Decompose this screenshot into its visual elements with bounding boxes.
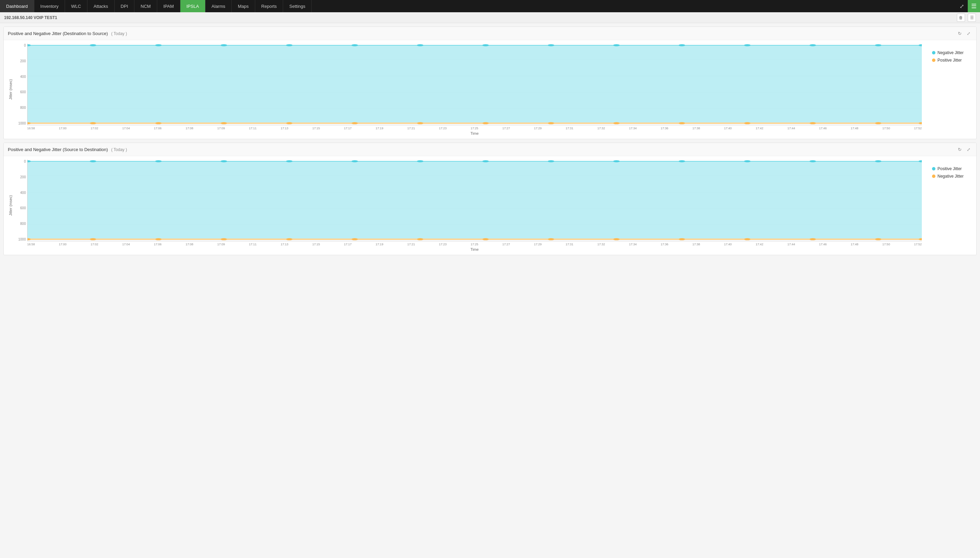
nav-bar: Dashboard Inventory WLC Attacks DPI NCM … [0, 0, 980, 12]
chart-refresh-button-1[interactable]: ↻ [956, 30, 963, 37]
x-axis-title-1: Time [27, 131, 922, 135]
chart-container-2: Jitter (msec) 1000 800 600 400 200 0 [7, 159, 922, 251]
nav-item-wlc[interactable]: WLC [65, 0, 87, 12]
nav-item-settings[interactable]: Settings [283, 0, 312, 12]
nav-item-alarms[interactable]: Alarms [205, 0, 232, 12]
svg-point-48 [220, 160, 227, 162]
x-axis-1: 16:58 17:00 17:02 17:04 17:06 17:08 17:0… [27, 125, 922, 130]
chart-area-2: 16:58 17:00 17:02 17:04 17:06 17:08 17:0… [27, 159, 922, 251]
svg-point-8 [90, 44, 96, 46]
nav-item-dashboard[interactable]: Dashboard [0, 0, 34, 12]
legend-item-negative-2: Negative Jitter [932, 174, 966, 179]
chart-resize-button-2[interactable]: ⤢ [965, 146, 972, 153]
chart-panel-header-2: Positive and Negative Jitter (Source to … [4, 143, 976, 156]
chart-body-2: Jitter (msec) 1000 800 600 400 200 0 [4, 156, 976, 255]
chart-grid-2 [27, 159, 922, 241]
svg-point-11 [286, 44, 293, 46]
svg-point-34 [744, 122, 751, 124]
menu-icon[interactable]: ☰ [968, 0, 980, 12]
svg-point-69 [548, 238, 554, 240]
y-tick-labels-1: 1000 800 600 400 200 0 [15, 44, 27, 125]
chart-refresh-button-2[interactable]: ↻ [956, 146, 963, 153]
svg-point-66 [351, 238, 358, 240]
svg-point-36 [875, 122, 882, 124]
svg-point-17 [678, 44, 685, 46]
legend-label-negative-1: Negative Jitter [937, 50, 964, 55]
chart-container-1: Jitter (msec) 1000 800 600 400 200 0 [7, 44, 922, 135]
svg-point-16 [613, 44, 620, 46]
svg-point-35 [809, 122, 816, 124]
svg-point-25 [155, 122, 162, 124]
svg-point-10 [220, 44, 227, 46]
chart-actions-1: ↻ ⤢ [956, 30, 972, 37]
svg-point-65 [286, 238, 293, 240]
svg-point-74 [875, 238, 882, 240]
chart-grid-1 [27, 44, 922, 125]
chart-panel-dest-to-src: Positive and Negative Jitter (Destinatio… [3, 26, 977, 139]
svg-marker-44 [28, 161, 922, 238]
chart-svg-1 [28, 44, 922, 125]
chart-actions-2: ↻ ⤢ [956, 146, 972, 153]
svg-point-53 [548, 160, 554, 162]
legend-label-negative-2: Negative Jitter [937, 174, 964, 179]
svg-point-63 [155, 238, 162, 240]
svg-point-57 [809, 160, 816, 162]
nav-item-dpi[interactable]: DPI [115, 0, 135, 12]
legend-dot-negative-2 [932, 174, 936, 178]
nav-item-maps[interactable]: Maps [232, 0, 255, 12]
nav-item-ncm[interactable]: NCM [135, 0, 157, 12]
legend-dot-positive-2 [932, 167, 936, 171]
delete-button[interactable]: 🗑 [957, 14, 965, 22]
svg-point-31 [548, 122, 554, 124]
chart-panel-src-to-dest: Positive and Negative Jitter (Source to … [3, 143, 977, 255]
legend-dot-negative-1 [932, 51, 936, 54]
svg-point-18 [744, 44, 751, 46]
svg-point-33 [678, 122, 685, 124]
nav-item-ipam[interactable]: IPAM [157, 0, 181, 12]
svg-point-46 [90, 160, 96, 162]
svg-point-58 [875, 160, 882, 162]
legend-item-positive-2: Positive Jitter [932, 166, 966, 171]
settings-button[interactable]: ☰ [968, 14, 976, 22]
x-axis-2: 16:58 17:00 17:02 17:04 17:06 17:08 17:0… [27, 241, 922, 246]
svg-point-9 [155, 44, 162, 46]
legend-label-positive-2: Positive Jitter [937, 166, 962, 171]
chart-area-1: 16:58 17:00 17:02 17:04 17:06 17:08 17:0… [27, 44, 922, 135]
nav-item-inventory[interactable]: Inventory [34, 0, 65, 12]
y-axis-label-2: Jitter (msec) [7, 159, 14, 251]
device-title: 192.168.50.140 VOIP TEST1 [4, 15, 57, 20]
chart-panel-header-1: Positive and Negative Jitter (Destinatio… [4, 27, 976, 40]
svg-point-67 [417, 238, 423, 240]
svg-point-26 [220, 122, 227, 124]
chart-title-2: Positive and Negative Jitter (Source to … [8, 147, 127, 152]
svg-point-62 [90, 238, 96, 240]
chart-svg-2 [28, 159, 922, 241]
nav-item-reports[interactable]: Reports [255, 0, 284, 12]
svg-point-32 [613, 122, 620, 124]
svg-point-29 [417, 122, 423, 124]
svg-point-55 [678, 160, 685, 162]
nav-item-attacks[interactable]: Attacks [87, 0, 115, 12]
svg-point-28 [351, 122, 358, 124]
expand-icon[interactable]: ⤢ [955, 0, 968, 12]
svg-point-68 [482, 238, 489, 240]
svg-marker-6 [28, 45, 922, 123]
y-tick-labels-2: 1000 800 600 400 200 0 [15, 159, 27, 241]
sub-header: 192.168.50.140 VOIP TEST1 🗑 ☰ [0, 12, 980, 23]
svg-point-73 [809, 238, 816, 240]
svg-point-54 [613, 160, 620, 162]
svg-point-64 [220, 238, 227, 240]
svg-point-12 [351, 44, 358, 46]
chart-legend-1: Negative Jitter Positive Jitter [922, 44, 973, 62]
svg-point-30 [482, 122, 489, 124]
chart-resize-button-1[interactable]: ⤢ [965, 30, 972, 37]
svg-point-52 [482, 160, 489, 162]
chart-title-1: Positive and Negative Jitter (Destinatio… [8, 31, 127, 36]
main-content: Positive and Negative Jitter (Destinatio… [0, 23, 980, 259]
svg-point-24 [90, 122, 96, 124]
nav-item-ipsla[interactable]: IPSLA [181, 0, 205, 12]
svg-point-72 [744, 238, 751, 240]
svg-point-47 [155, 160, 162, 162]
svg-point-49 [286, 160, 293, 162]
legend-label-positive-1: Positive Jitter [937, 58, 962, 62]
